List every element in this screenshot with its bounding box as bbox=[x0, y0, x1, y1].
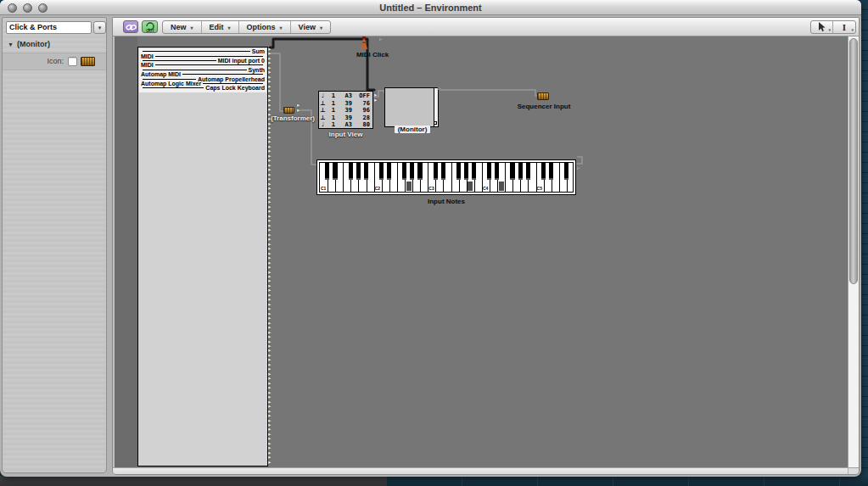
title-bar[interactable]: Untitled – Environment bbox=[0, 0, 861, 15]
midi-click-label[interactable]: MIDI Click bbox=[345, 51, 400, 59]
black-key[interactable] bbox=[356, 163, 361, 180]
black-key[interactable] bbox=[518, 163, 523, 180]
note-icon: ♩ bbox=[319, 92, 327, 100]
black-key[interactable] bbox=[410, 163, 414, 180]
black-key[interactable] bbox=[417, 163, 422, 180]
black-key[interactable] bbox=[541, 163, 546, 180]
black-key[interactable] bbox=[379, 163, 384, 180]
black-key[interactable] bbox=[456, 163, 461, 180]
black-key[interactable] bbox=[402, 163, 406, 180]
layer-dropdown-button[interactable]: ▾ bbox=[93, 21, 106, 34]
channel-out-button[interactable]: OUT bbox=[142, 20, 158, 33]
input-view-monitor[interactable]: ♩1A3OFF⊥13976⊥13996⊥13928♩1A380 bbox=[318, 91, 373, 129]
i-beam-icon: I bbox=[843, 22, 846, 32]
port-triangle[interactable]: ▸ bbox=[268, 460, 275, 464]
monitor-resize-box[interactable] bbox=[434, 121, 437, 125]
black-key[interactable] bbox=[526, 163, 530, 180]
black-key[interactable] bbox=[325, 163, 329, 180]
port-connector-line bbox=[143, 70, 247, 70]
transformer-output-port-2[interactable]: ▸ bbox=[297, 108, 300, 113]
physical-input-port-list: SumMIDIMIDI input port 0MIDISynthAutomap… bbox=[139, 48, 266, 92]
octave-label: C4 bbox=[483, 186, 488, 191]
text-tool-button[interactable]: I ▾ bbox=[833, 21, 855, 33]
port-connector-line bbox=[155, 64, 263, 65]
transformer-icon[interactable] bbox=[283, 107, 294, 114]
port-name: MIDI bbox=[141, 53, 154, 59]
black-key[interactable] bbox=[487, 163, 491, 180]
physical-input-ports-strip: ▸▸▸▸▸▸▸▸▸▸▸▸▸▸▸▸▸▸▸▸▸▸▸▸▸▸▸▸▸▸▸▸▸▸▸▸▸▸▸▸… bbox=[268, 47, 275, 466]
input-view-output-port-2[interactable]: ▸ bbox=[374, 98, 378, 103]
layer-selector[interactable]: Click & Ports bbox=[6, 21, 92, 34]
note-icon: ♩ bbox=[319, 121, 327, 129]
black-key[interactable] bbox=[441, 163, 445, 180]
keyboard-object[interactable]: C1C2C3C4C5 bbox=[316, 159, 576, 195]
sequencer-input-label[interactable]: Sequencer Input bbox=[508, 103, 580, 110]
black-key[interactable] bbox=[333, 163, 337, 180]
event-data1: A3 bbox=[335, 121, 352, 129]
chevron-down-icon: ▾ bbox=[191, 25, 193, 31]
fader-icon: ⊥ bbox=[319, 107, 327, 115]
link-button[interactable] bbox=[123, 20, 138, 33]
chain-link-icon bbox=[126, 23, 137, 31]
event-channel: 1 bbox=[327, 92, 335, 100]
port-name: MIDI input port 0 bbox=[218, 58, 265, 64]
octave-label: C1 bbox=[321, 186, 326, 191]
disclosure-triangle-icon[interactable]: ▼ bbox=[8, 42, 14, 47]
pointer-tool-button[interactable]: ▾ bbox=[811, 21, 833, 33]
monitor-label[interactable]: (Monitor) bbox=[395, 126, 430, 133]
port-name: Automap MIDI bbox=[141, 71, 181, 77]
object-header[interactable]: ▼(Monitor) bbox=[3, 38, 106, 51]
chevron-down-icon: ▾ bbox=[228, 25, 231, 31]
event-data2: 76 bbox=[352, 100, 372, 108]
menu-new[interactable]: New ▾ bbox=[163, 21, 202, 33]
black-key[interactable] bbox=[549, 163, 553, 180]
port-name: Automap Propellerhead bbox=[198, 76, 265, 82]
menu-options-label: Options bbox=[247, 23, 276, 31]
black-key[interactable] bbox=[464, 163, 468, 180]
black-key[interactable] bbox=[564, 163, 568, 180]
arrow-cursor-icon bbox=[817, 22, 826, 32]
object-header-label: (Monitor) bbox=[17, 40, 50, 48]
environment-panel: OUT New ▾ Edit ▾ Options ▾ View ▾ bbox=[112, 17, 860, 475]
keyboard-output-port[interactable]: ▹ bbox=[577, 165, 580, 170]
horizontal-scrollbar[interactable] bbox=[113, 467, 848, 475]
monitor-output-port[interactable]: ▹ bbox=[438, 86, 441, 91]
cable-keyboard-loop[interactable] bbox=[577, 157, 582, 164]
input-view-label[interactable]: Input View bbox=[318, 131, 373, 138]
cable-monitor-to-sequencer[interactable] bbox=[440, 90, 538, 96]
black-key[interactable] bbox=[434, 163, 438, 180]
menu-new-label: New bbox=[171, 23, 187, 31]
icon-row: Icon: bbox=[3, 53, 106, 70]
black-key[interactable] bbox=[387, 163, 391, 180]
port-connector-line bbox=[143, 51, 250, 52]
menu-edit[interactable]: Edit ▾ bbox=[202, 21, 239, 33]
menu-options[interactable]: Options ▾ bbox=[239, 21, 291, 33]
black-key[interactable] bbox=[495, 163, 499, 180]
object-icon-swatch[interactable] bbox=[81, 57, 95, 66]
sequencer-input-icon[interactable] bbox=[537, 92, 549, 100]
chevron-down-icon: ▾ bbox=[828, 27, 831, 32]
midi-click-output-port[interactable]: ▹ bbox=[379, 36, 383, 42]
vertical-scrollbar[interactable] bbox=[848, 36, 859, 467]
black-key[interactable] bbox=[364, 163, 368, 180]
octave-label: C2 bbox=[375, 186, 380, 191]
chevron-down-icon: ▾ bbox=[320, 25, 322, 31]
metronome-icon[interactable] bbox=[360, 38, 368, 49]
menu-view[interactable]: View ▾ bbox=[291, 21, 330, 33]
icon-checkbox[interactable] bbox=[68, 57, 77, 66]
keyboard-label[interactable]: Input Notes bbox=[316, 198, 576, 205]
monitor-object[interactable] bbox=[384, 87, 439, 127]
scrollbar-corner bbox=[848, 467, 859, 475]
cable-sum-to-monitor[interactable] bbox=[270, 39, 374, 90]
vertical-scrollbar-thumb[interactable] bbox=[849, 38, 858, 284]
fader-icon: ⊥ bbox=[319, 100, 327, 108]
environment-canvas[interactable]: SumMIDIMIDI input port 0MIDISynthAutomap… bbox=[115, 36, 848, 467]
black-key[interactable] bbox=[472, 163, 476, 180]
physical-input-object[interactable]: SumMIDIMIDI input port 0MIDISynthAutomap… bbox=[137, 47, 268, 466]
black-key[interactable] bbox=[510, 163, 514, 180]
local-menu-bar: New ▾ Edit ▾ Options ▾ View ▾ bbox=[162, 20, 331, 34]
inspector-sidebar: Click & Ports ▾ ▼(Monitor) Icon: bbox=[2, 17, 107, 473]
port-connector-line bbox=[182, 74, 263, 75]
event-channel: 1 bbox=[327, 107, 335, 115]
black-key[interactable] bbox=[349, 163, 353, 180]
